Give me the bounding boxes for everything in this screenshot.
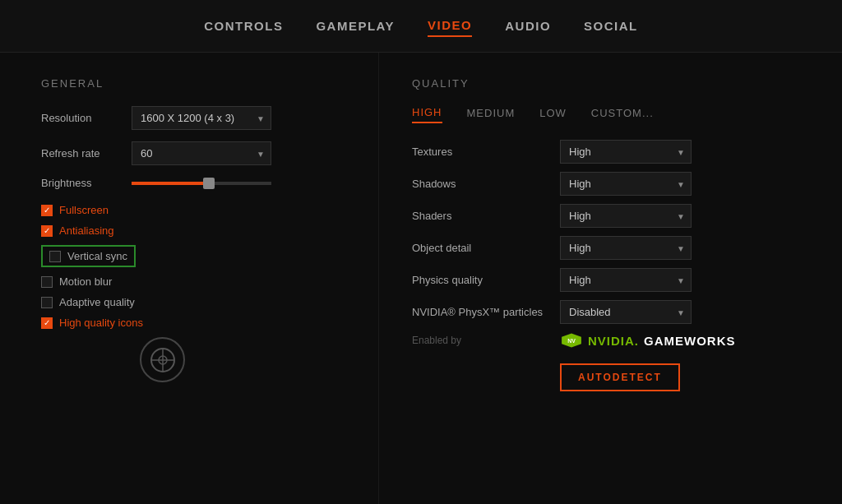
refresh-rate-label: Refresh rate bbox=[41, 147, 132, 160]
hq-icons-checkbox[interactable] bbox=[41, 317, 53, 329]
quality-presets: HIGH MEDIUM LOW CUSTOM... bbox=[412, 106, 809, 123]
shadows-select[interactable]: High bbox=[560, 172, 692, 196]
refresh-select-wrapper: 60 ▼ bbox=[132, 141, 271, 165]
shadows-label: Shadows bbox=[412, 178, 560, 190]
antialiasing-label: Antialiasing bbox=[59, 224, 114, 237]
brightness-slider-track[interactable] bbox=[132, 182, 271, 185]
textures-select[interactable]: High bbox=[560, 140, 692, 164]
refresh-rate-row: Refresh rate 60 ▼ bbox=[41, 141, 337, 165]
object-detail-row: Object detail High ▼ bbox=[412, 236, 809, 260]
textures-select-wrapper: High ▼ bbox=[560, 140, 692, 164]
nvidia-shield-icon: NV bbox=[560, 332, 583, 349]
motion-blur-checkbox[interactable] bbox=[41, 276, 53, 288]
resolution-label: Resolution bbox=[41, 112, 132, 124]
shaders-label: Shaders bbox=[412, 210, 560, 222]
shadows-row: Shadows High ▼ bbox=[412, 172, 809, 196]
physx-select-wrapper: Disabled ▼ bbox=[560, 300, 692, 324]
vsync-row[interactable]: Vertical sync bbox=[41, 245, 136, 267]
nvidia-text: NVIDIA. bbox=[588, 334, 639, 348]
brightness-slider-fill bbox=[132, 182, 209, 185]
object-detail-select-wrapper: High ▼ bbox=[560, 236, 692, 260]
nav-video[interactable]: VIDEO bbox=[428, 15, 472, 37]
general-panel: GENERAL Resolution 1600 X 1200 (4 x 3) ▼… bbox=[0, 53, 378, 504]
brightness-row: Brightness bbox=[41, 177, 337, 189]
nav-controls[interactable]: CONTROLS bbox=[204, 16, 283, 36]
gamepad-area bbox=[140, 337, 337, 382]
physics-quality-row: Physics quality High ▼ bbox=[412, 268, 809, 292]
motion-blur-label: Motion blur bbox=[59, 275, 112, 288]
gameworks-text: GAMEWORKS bbox=[644, 334, 736, 348]
top-navigation: CONTROLS GAMEPLAY VIDEO AUDIO SOCIAL bbox=[0, 0, 842, 53]
textures-label: Textures bbox=[412, 146, 560, 158]
hq-icons-label: High quality icons bbox=[59, 317, 143, 329]
brightness-label: Brightness bbox=[41, 177, 132, 189]
antialiasing-row[interactable]: Antialiasing bbox=[41, 224, 337, 237]
nav-audio[interactable]: AUDIO bbox=[505, 16, 551, 36]
nav-gameplay[interactable]: GAMEPLAY bbox=[316, 16, 395, 36]
object-detail-select[interactable]: High bbox=[560, 236, 692, 260]
adaptive-quality-label: Adaptive quality bbox=[59, 296, 135, 308]
physx-select[interactable]: Disabled bbox=[560, 300, 692, 324]
shaders-row: Shaders High ▼ bbox=[412, 204, 809, 228]
vsync-label: Vertical sync bbox=[67, 250, 127, 262]
gamepad-icon bbox=[140, 337, 185, 382]
preset-high[interactable]: HIGH bbox=[412, 106, 442, 123]
vsync-checkbox[interactable] bbox=[49, 251, 61, 262]
antialiasing-checkbox[interactable] bbox=[41, 225, 53, 237]
brightness-slider-thumb[interactable] bbox=[203, 178, 215, 189]
physx-label: NVIDIA® PhysX™ particles bbox=[412, 306, 560, 318]
motion-blur-row[interactable]: Motion blur bbox=[41, 275, 337, 288]
nvidia-logo: NV NVIDIA. GAMEWORKS bbox=[560, 332, 736, 349]
physics-quality-label: Physics quality bbox=[412, 274, 560, 286]
quality-panel: QUALITY HIGH MEDIUM LOW CUSTOM... Textur… bbox=[378, 53, 842, 504]
physx-row: NVIDIA® PhysX™ particles Disabled ▼ bbox=[412, 300, 809, 324]
physics-quality-select[interactable]: High bbox=[560, 268, 692, 292]
preset-low[interactable]: LOW bbox=[539, 107, 567, 123]
nvidia-row: Enabled by NV NVIDIA. GAMEWORKS bbox=[412, 332, 809, 349]
autodetect-button[interactable]: AUTODETECT bbox=[560, 363, 680, 391]
preset-medium[interactable]: MEDIUM bbox=[467, 107, 516, 123]
fullscreen-checkbox[interactable] bbox=[41, 205, 53, 216]
nav-social[interactable]: SOCIAL bbox=[584, 16, 638, 36]
main-content: GENERAL Resolution 1600 X 1200 (4 x 3) ▼… bbox=[0, 53, 842, 504]
enabled-by-label: Enabled by bbox=[412, 335, 560, 346]
object-detail-label: Object detail bbox=[412, 242, 560, 254]
resolution-select[interactable]: 1600 X 1200 (4 x 3) bbox=[132, 106, 271, 130]
shadows-select-wrapper: High ▼ bbox=[560, 172, 692, 196]
textures-row: Textures High ▼ bbox=[412, 140, 809, 164]
general-title: GENERAL bbox=[41, 77, 337, 90]
resolution-select-wrapper: 1600 X 1200 (4 x 3) ▼ bbox=[132, 106, 271, 130]
fullscreen-row[interactable]: Fullscreen bbox=[41, 204, 337, 216]
adaptive-quality-row[interactable]: Adaptive quality bbox=[41, 296, 337, 308]
resolution-row: Resolution 1600 X 1200 (4 x 3) ▼ bbox=[41, 106, 337, 130]
shaders-select-wrapper: High ▼ bbox=[560, 204, 692, 228]
hq-icons-row[interactable]: High quality icons bbox=[41, 317, 337, 329]
shaders-select[interactable]: High bbox=[560, 204, 692, 228]
refresh-rate-select[interactable]: 60 bbox=[132, 141, 271, 165]
fullscreen-label: Fullscreen bbox=[59, 204, 109, 216]
svg-text:NV: NV bbox=[567, 338, 576, 344]
physics-quality-select-wrapper: High ▼ bbox=[560, 268, 692, 292]
adaptive-quality-checkbox[interactable] bbox=[41, 297, 53, 308]
preset-custom[interactable]: CUSTOM... bbox=[591, 107, 654, 123]
quality-title: QUALITY bbox=[412, 77, 809, 90]
